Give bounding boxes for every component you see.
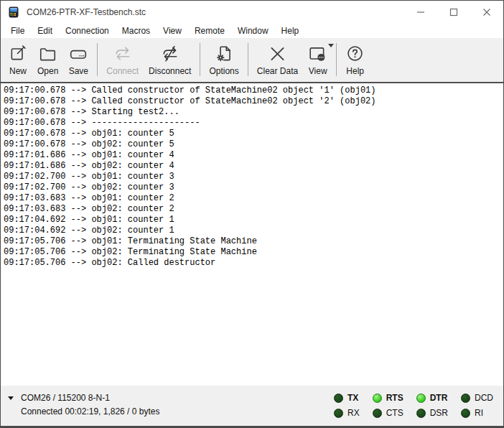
save-button-label: Save	[69, 66, 88, 76]
open-icon	[38, 45, 57, 63]
led-icon	[373, 409, 382, 418]
new-button[interactable]: New	[4, 39, 32, 82]
terminal-line: 09:17:00.678 --> Called constructor of S…	[4, 96, 500, 107]
connection-stats-text: Connected 00:02:19, 1,826 / 0 bytes	[21, 405, 159, 419]
connect-icon	[113, 45, 133, 63]
menu-item-macros[interactable]: Macros	[116, 24, 157, 38]
help-icon	[345, 45, 365, 63]
options-button[interactable]: Options	[204, 39, 243, 82]
disconnect-icon	[160, 45, 180, 63]
terminal-line: 09:17:04.692 --> obj02: counter 1	[4, 225, 500, 236]
terminal-line: 09:17:05.706 --> obj02: Terminating Stat…	[4, 247, 500, 258]
toolbar-separator	[200, 43, 200, 76]
menu-item-view[interactable]: View	[157, 24, 188, 38]
signal-indicator-rx: RX	[334, 408, 360, 418]
view-button[interactable]: View	[303, 39, 332, 82]
led-icon	[373, 394, 382, 403]
app-window: COM26-PTR-XF-Testbench.stc File Edit Con…	[0, 0, 504, 428]
signal-label: DCD	[475, 393, 493, 403]
app-icon	[8, 6, 19, 18]
terminal-line: 09:17:03.683 --> obj02: counter 2	[4, 204, 500, 215]
options-icon	[215, 45, 234, 63]
minimize-icon	[416, 8, 425, 17]
disconnect-button[interactable]: Disconnect	[144, 39, 196, 82]
led-icon	[334, 394, 343, 403]
menu-item-help[interactable]: Help	[275, 24, 306, 38]
menu-bar: File Edit Connection Macros View Remote …	[1, 24, 503, 38]
view-dropdown-caret[interactable]	[328, 44, 334, 47]
new-button-label: New	[9, 66, 27, 76]
signal-label: DSR	[430, 408, 448, 418]
terminal-output[interactable]: 09:17:00.678 --> Called constructor of S…	[1, 83, 503, 386]
signal-indicator-dsr: DSR	[416, 408, 448, 418]
new-icon	[9, 45, 27, 63]
help-button-label: Help	[346, 66, 364, 76]
toolbar-separator	[248, 43, 248, 76]
save-icon	[68, 45, 88, 63]
signal-indicators: TX RTS DTR DCD RX CTS DSR RI	[334, 393, 493, 418]
menu-item-connection[interactable]: Connection	[59, 24, 116, 38]
view-icon	[308, 45, 327, 63]
terminal-line: 09:17:02.700 --> obj02: counter 3	[4, 182, 500, 193]
signal-indicator-ri: RI	[461, 408, 493, 418]
window-title: COM26-PTR-XF-Testbench.stc	[27, 7, 404, 17]
connection-status: COM26 / 115200 8-N-1 Connected 00:02:19,…	[6, 391, 159, 419]
signal-indicator-tx: TX	[334, 393, 360, 403]
clear-data-button[interactable]: Clear Data	[252, 39, 303, 82]
signal-label: CTS	[386, 408, 403, 418]
close-icon	[482, 8, 491, 17]
toolbar-separator	[97, 43, 98, 76]
close-button[interactable]	[470, 1, 503, 24]
terminal-line: 09:17:05.706 --> obj02: Called destructo…	[4, 258, 500, 269]
help-button[interactable]: Help	[340, 39, 370, 82]
signal-label: RX	[347, 408, 360, 418]
terminal-line: 09:17:00.678 --> Starting test2...	[4, 107, 500, 118]
maximize-icon	[449, 8, 458, 17]
signal-indicator-cts: CTS	[373, 408, 403, 418]
signal-label: RI	[475, 408, 483, 418]
status-expand-caret[interactable]	[8, 396, 14, 400]
terminal-line: 09:17:00.678 --> obj02: counter 5	[4, 139, 500, 150]
connect-button[interactable]: Connect	[101, 39, 144, 82]
view-button-label: View	[309, 66, 327, 76]
menu-item-edit[interactable]: Edit	[31, 24, 59, 38]
signal-label: TX	[347, 393, 358, 403]
options-button-label: Options	[209, 66, 238, 76]
menu-item-file[interactable]: File	[4, 24, 31, 38]
terminal-line: 09:17:00.678 --> obj01: counter 5	[4, 129, 500, 139]
led-icon	[334, 409, 343, 418]
terminal-line: 09:17:01.686 --> obj02: counter 4	[4, 161, 500, 172]
menu-item-remote[interactable]: Remote	[188, 24, 231, 38]
signal-indicator-rts: RTS	[373, 393, 403, 403]
led-icon	[461, 394, 470, 403]
signal-label: RTS	[386, 393, 403, 403]
terminal-line: 09:17:02.700 --> obj01: counter 3	[4, 172, 500, 182]
connect-button-label: Connect	[106, 66, 139, 76]
terminal-line: 09:17:04.692 --> obj01: counter 1	[4, 215, 500, 225]
terminal-line: 09:17:03.683 --> obj01: counter 2	[4, 193, 500, 204]
led-icon	[461, 409, 470, 418]
title-bar[interactable]: COM26-PTR-XF-Testbench.stc	[1, 1, 503, 24]
terminal-line: 09:17:01.686 --> obj01: counter 4	[4, 150, 500, 161]
status-bar: COM26 / 115200 8-N-1 Connected 00:02:19,…	[1, 386, 503, 426]
clear-data-button-label: Clear Data	[257, 66, 298, 76]
port-settings-text: COM26 / 115200 8-N-1	[21, 391, 159, 405]
led-icon	[416, 409, 426, 418]
toolbar-separator	[336, 43, 337, 76]
save-button[interactable]: Save	[63, 39, 93, 82]
maximize-button[interactable]	[437, 1, 470, 24]
toolbar: New Open Save Connect	[1, 38, 503, 83]
menu-item-window[interactable]: Window	[231, 24, 275, 38]
signal-label: DTR	[430, 393, 448, 403]
terminal-line: 09:17:00.678 --> ---------------------	[4, 118, 500, 129]
window-controls	[404, 1, 503, 24]
terminal-line: 09:17:05.706 --> obj01: Terminating Stat…	[4, 236, 500, 247]
open-button[interactable]: Open	[32, 39, 63, 82]
open-button-label: Open	[37, 66, 58, 76]
clear-data-icon	[268, 45, 287, 63]
disconnect-button-label: Disconnect	[149, 66, 191, 76]
terminal-line: 09:17:00.678 --> Called constructor of S…	[4, 85, 500, 96]
minimize-button[interactable]	[404, 1, 437, 24]
signal-indicator-dtr: DTR	[416, 393, 448, 403]
led-icon	[416, 394, 426, 403]
